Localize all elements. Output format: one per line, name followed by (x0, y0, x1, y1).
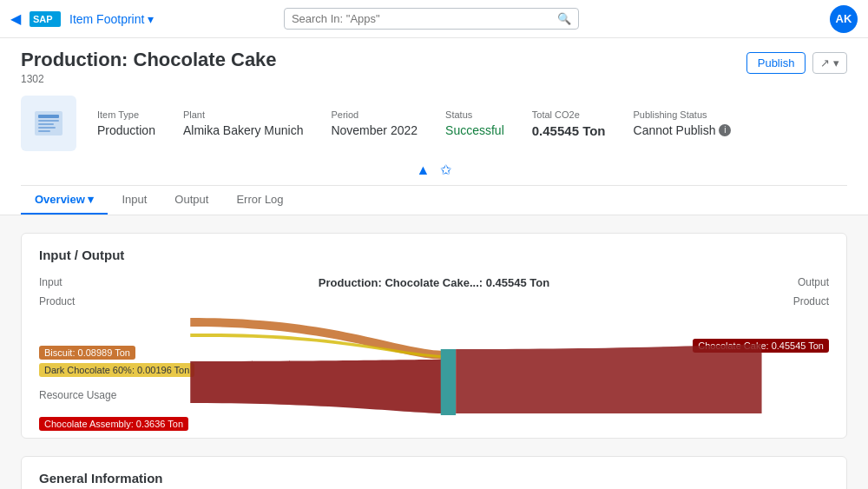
svg-text:SAP: SAP (33, 14, 53, 24)
publish-button[interactable]: Publish (746, 52, 806, 74)
svg-rect-6 (38, 127, 56, 129)
input-output-section: Input / Output Input Product Biscuit: 0.… (21, 233, 847, 439)
co2e-label: Total CO2e (532, 109, 606, 120)
svg-rect-7 (38, 130, 50, 132)
period-value: November 2022 (331, 123, 418, 137)
sankey-diagram: Input Product Biscuit: 0.08989 Ton Dark … (39, 276, 829, 424)
collapse-up-button[interactable]: ▲ (417, 162, 431, 178)
input-output-title: Input / Output (39, 248, 829, 262)
page-header: Production: Chocolate Cake 1302 Publish … (0, 38, 868, 215)
item-type-value: Production (97, 123, 155, 137)
general-info-section: General Information General Data ID: 130… (21, 456, 847, 489)
sankey-svg (39, 301, 829, 422)
plant-label: Plant (183, 109, 304, 120)
search-icon: 🔍 (557, 12, 571, 25)
top-nav: ◀ SAP Item Footprint ▾ 🔍 AK (0, 0, 868, 38)
nav-title-text: Item Footprint (69, 12, 144, 26)
main-content: Input / Output Input Product Biscuit: 0.… (0, 215, 868, 489)
svg-rect-3 (38, 115, 59, 118)
tab-overview[interactable]: Overview ▾ (21, 186, 108, 215)
object-header: Item Type Production Plant Almika Bakery… (21, 85, 847, 158)
status-label: Status (445, 109, 504, 120)
avatar[interactable]: AK (830, 5, 858, 33)
info-icon[interactable]: i (719, 124, 731, 136)
sankey-center: Production: Chocolate Cake...: 0.45545 T… (319, 276, 549, 289)
publishing-value: Cannot Publish i (634, 123, 732, 137)
page-title: Production: Chocolate Cake (21, 49, 277, 71)
svg-rect-4 (38, 120, 59, 122)
sankey-left-header: Input (39, 276, 213, 288)
nav-title[interactable]: Item Footprint ▾ (69, 12, 154, 26)
sankey-center-label: Production: Chocolate Cake...: 0.45545 T… (319, 276, 549, 289)
period-label: Period (331, 109, 418, 120)
status-value: Successful (445, 123, 504, 137)
sankey-right-header: Output (655, 276, 829, 288)
co2e-value: 0.45545 Ton (532, 123, 606, 138)
search-input[interactable] (292, 12, 552, 25)
nav-chevron-icon: ▾ (148, 12, 154, 26)
plant-value: Almika Bakery Munich (183, 123, 304, 137)
back-button[interactable]: ◀ (10, 10, 21, 27)
page-id: 1302 (21, 73, 277, 85)
svg-rect-8 (441, 349, 456, 415)
object-attrs: Item Type Production Plant Almika Bakery… (97, 109, 847, 138)
item-type-label: Item Type (97, 109, 155, 120)
object-icon (21, 96, 76, 151)
bookmark-button[interactable]: ✩ (440, 162, 451, 178)
export-button[interactable]: ↗ ▾ (812, 52, 847, 74)
tab-output[interactable]: Output (161, 186, 222, 215)
search-bar: 🔍 (284, 8, 579, 30)
tab-error-log[interactable]: Error Log (222, 186, 297, 215)
tab-input[interactable]: Input (108, 186, 161, 215)
tabs: Overview ▾ Input Output Error Log (21, 185, 847, 215)
publishing-label: Publishing Status (634, 109, 732, 120)
general-info-title: General Information (39, 471, 829, 486)
collapse-bar: ▲ ✩ (21, 158, 847, 185)
svg-rect-5 (38, 123, 54, 125)
sap-logo: SAP (30, 11, 61, 27)
